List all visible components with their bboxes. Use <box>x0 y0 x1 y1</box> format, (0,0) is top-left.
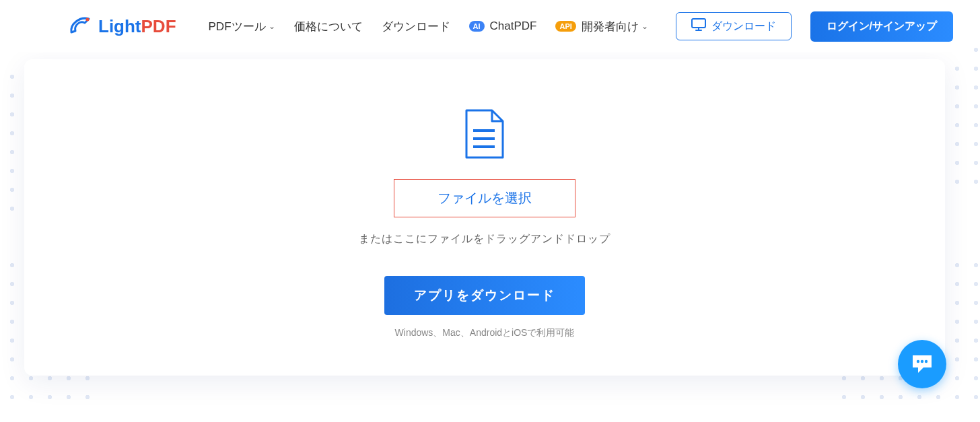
monitor-icon <box>691 18 706 34</box>
button-label: ダウンロード <box>711 20 776 34</box>
drag-drop-hint: またはここにファイルをドラッグアンドドロップ <box>359 232 610 246</box>
brand-logo[interactable]: LightPDF <box>67 13 176 39</box>
logo-icon <box>67 13 93 39</box>
header-download-button[interactable]: ダウンロード <box>676 12 792 40</box>
button-label: ファイルを選択 <box>438 190 532 205</box>
top-header: LightPDF PDFツール ⌄ 価格について ダウンロード AI ChatP… <box>0 0 969 52</box>
download-app-button[interactable]: アプリをダウンロード <box>384 276 585 315</box>
document-icon <box>464 108 505 160</box>
nav-label: ChatPDF <box>490 20 537 33</box>
svg-point-8 <box>921 360 923 363</box>
chat-icon <box>910 353 934 376</box>
svg-point-9 <box>925 360 928 363</box>
svg-point-0 <box>86 18 90 22</box>
api-badge-icon: API <box>555 21 575 32</box>
nav-label: 価格について <box>294 19 363 34</box>
chat-fab-button[interactable] <box>898 340 946 388</box>
chevron-down-icon: ⌄ <box>269 22 275 31</box>
platforms-text: Windows、Mac、AndroidとiOSで利用可能 <box>395 327 575 339</box>
nav-pdf-tools[interactable]: PDFツール ⌄ <box>209 19 275 34</box>
nav-download[interactable]: ダウンロード <box>382 19 450 34</box>
nav-label: PDFツール <box>209 19 266 34</box>
main-nav: PDFツール ⌄ 価格について ダウンロード AI ChatPDF API 開発… <box>209 19 648 34</box>
button-label: ログイン/サインアップ <box>827 20 937 32</box>
button-label: アプリをダウンロード <box>414 288 555 302</box>
nav-label: 開発者向け <box>582 19 639 34</box>
chevron-down-icon: ⌄ <box>641 22 648 31</box>
upload-card: ファイルを選択 またはここにファイルをドラッグアンドドロップ アプリをダウンロー… <box>24 59 945 376</box>
select-file-button[interactable]: ファイルを選択 <box>394 179 575 217</box>
svg-rect-1 <box>692 19 705 28</box>
logo-text: LightPDF <box>98 16 176 37</box>
nav-chatpdf[interactable]: AI ChatPDF <box>469 20 537 33</box>
svg-point-7 <box>917 360 919 363</box>
ai-badge-icon: AI <box>469 21 485 32</box>
login-signup-button[interactable]: ログイン/サインアップ <box>810 11 953 42</box>
nav-label: ダウンロード <box>382 19 450 34</box>
nav-pricing[interactable]: 価格について <box>294 19 363 34</box>
nav-developers[interactable]: API 開発者向け ⌄ <box>555 19 648 34</box>
